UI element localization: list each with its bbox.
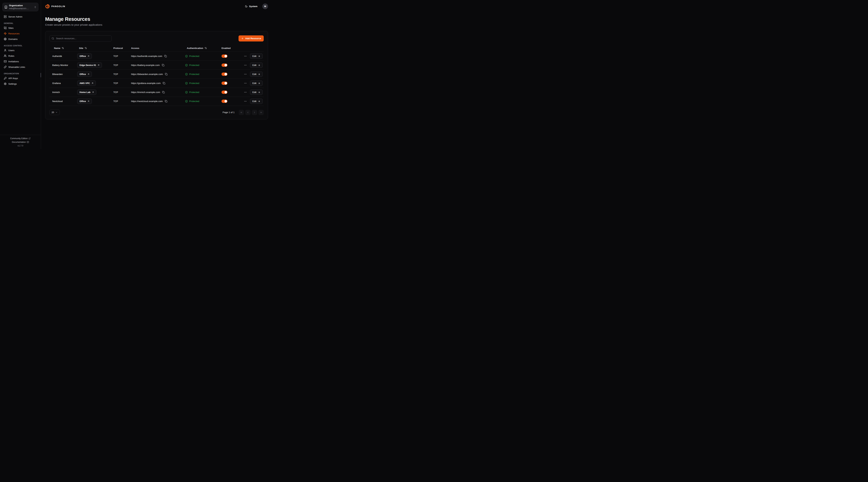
row-menu-button[interactable] (243, 63, 248, 67)
row-menu-button[interactable] (243, 72, 248, 76)
arrow-right-icon (258, 73, 260, 75)
page-size-select[interactable]: 20 (50, 110, 60, 115)
access-url: https://nextcloud.example.com (131, 100, 163, 102)
copy-icon (162, 91, 165, 94)
cell-access: https://authentik.example.com (128, 55, 182, 58)
org-title: Organization (9, 4, 32, 7)
edit-button[interactable]: Edit (250, 90, 262, 95)
column-header-site[interactable]: Site (74, 47, 111, 50)
copy-url-button[interactable] (162, 91, 165, 94)
sidebar-item-shareable-links[interactable]: Shareable Links (2, 64, 38, 70)
column-label: Access (131, 47, 139, 50)
protocol-value: TCP (113, 91, 118, 94)
edit-button[interactable]: Edit (250, 54, 262, 59)
edit-button[interactable]: Edit (250, 81, 262, 86)
table-row: Authentik Office TCP https://authentik.e… (50, 52, 264, 61)
sidebar: Organization milo@fossorial.io's ... Ser… (0, 0, 41, 149)
chevrons-up-down-icon (34, 6, 36, 8)
enabled-toggle[interactable] (221, 72, 227, 76)
sidebar-item-sites[interactable]: Sites (2, 25, 38, 31)
community-edition-link[interactable]: Community Edition (10, 137, 31, 140)
enabled-toggle[interactable] (221, 55, 227, 58)
access-url: https://authentik.example.com (131, 55, 162, 58)
sidebar-item-users[interactable]: Users (2, 48, 38, 53)
edit-label: Edit (252, 91, 256, 94)
theme-toggle-button[interactable]: System (244, 5, 258, 8)
sidebar-item-server-admin[interactable]: Server Admin (2, 14, 38, 19)
settings-icon (4, 83, 7, 85)
cell-access: https://grafana.example.com (128, 82, 182, 85)
add-resource-button[interactable]: Add Resource (239, 35, 264, 41)
access-url: https://bitwarden.example.com (131, 73, 163, 75)
arrow-right-icon (258, 55, 260, 58)
sidebar-item-settings[interactable]: Settings (2, 81, 38, 87)
row-menu-button[interactable] (243, 99, 248, 103)
edit-button[interactable]: Edit (250, 62, 262, 68)
cell-access: https://nextcloud.example.com (128, 100, 182, 103)
key-icon (4, 77, 7, 79)
site-link-button[interactable]: Home Lab (77, 90, 96, 95)
arrow-up-down-icon (62, 47, 64, 49)
chevron-right-icon (253, 111, 256, 114)
sidebar-item-domains[interactable]: Domains (2, 36, 38, 42)
sidebar-nav: Server AdminGENERALSitesResourcesDomains… (0, 14, 41, 87)
resource-name: Grafana (52, 82, 61, 85)
sidebar-item-api-keys[interactable]: API Keys (2, 76, 38, 81)
user-avatar[interactable]: M (262, 3, 268, 9)
resource-name: Battery Monitor (52, 64, 68, 66)
enabled-toggle[interactable] (221, 82, 227, 85)
site-link-button[interactable]: Office (77, 71, 92, 77)
shield-check-icon (185, 82, 188, 85)
next-page-button[interactable] (252, 110, 257, 115)
sidebar-item-invitations[interactable]: Invitations (2, 59, 38, 64)
auth-status-badge: Protected (185, 73, 199, 76)
org-switcher[interactable]: Organization milo@fossorial.io's ... (2, 3, 38, 11)
enabled-toggle[interactable] (221, 100, 227, 103)
copy-url-button[interactable] (164, 100, 168, 103)
copy-url-button[interactable] (162, 82, 166, 85)
copy-url-button[interactable] (161, 64, 165, 67)
org-text: Organization milo@fossorial.io's ... (9, 4, 32, 10)
edit-button[interactable]: Edit (250, 99, 262, 104)
last-page-button[interactable] (258, 110, 264, 115)
search-input[interactable] (56, 37, 110, 40)
user-icon (4, 49, 7, 52)
cell-protocol: TCP (111, 100, 128, 102)
resource-name: Immich (52, 91, 60, 94)
waypoints-icon (4, 32, 7, 35)
edit-button[interactable]: Edit (250, 71, 262, 77)
table-row: Nextcloud Office TCP https://nextcloud.e… (50, 97, 264, 106)
copy-url-button[interactable] (164, 72, 168, 76)
row-menu-button[interactable] (243, 90, 248, 94)
site-link-button[interactable]: AWS VPC (77, 81, 96, 86)
add-resource-label: Add Resource (245, 37, 261, 40)
enabled-toggle[interactable] (221, 91, 227, 94)
cell-enabled (219, 100, 238, 103)
site-name: Edge Device 01 (80, 64, 96, 66)
sidebar-item-resources[interactable]: Resources (2, 31, 38, 36)
cell-actions: Edit (238, 99, 264, 104)
site-link-button[interactable]: Office (77, 99, 92, 104)
table-row: Battery Monitor Edge Device 01 TCP https… (50, 61, 264, 70)
enabled-toggle[interactable] (221, 64, 227, 67)
row-menu-button[interactable] (243, 54, 248, 58)
auth-status-badge: Protected (185, 100, 199, 103)
first-page-button[interactable] (239, 110, 244, 115)
site-name: AWS VPC (80, 82, 90, 85)
main-content: PANGOLIN System M Manage Resources Creat… (41, 0, 272, 149)
ellipsis-icon (244, 100, 247, 103)
row-menu-button[interactable] (243, 81, 248, 85)
previous-page-button[interactable] (245, 110, 250, 115)
documentation-link[interactable]: Documentation (12, 141, 29, 143)
sidebar-resize-handle[interactable] (40, 73, 41, 77)
pager: Page 1 of 1 (222, 110, 264, 115)
copy-url-button[interactable] (164, 55, 167, 58)
sidebar-item-roles[interactable]: Roles (2, 53, 38, 59)
table-row: Bitwarden Office TCP https://bitwarden.e… (50, 70, 264, 78)
column-header-name[interactable]: Name (50, 47, 74, 50)
column-header-authentication[interactable]: Authentication (182, 47, 219, 50)
organization-building-icon (4, 5, 7, 9)
site-link-button[interactable]: Edge Device 01 (77, 62, 102, 68)
site-link-button[interactable]: Office (77, 54, 92, 59)
resource-name: Nextcloud (52, 100, 63, 102)
